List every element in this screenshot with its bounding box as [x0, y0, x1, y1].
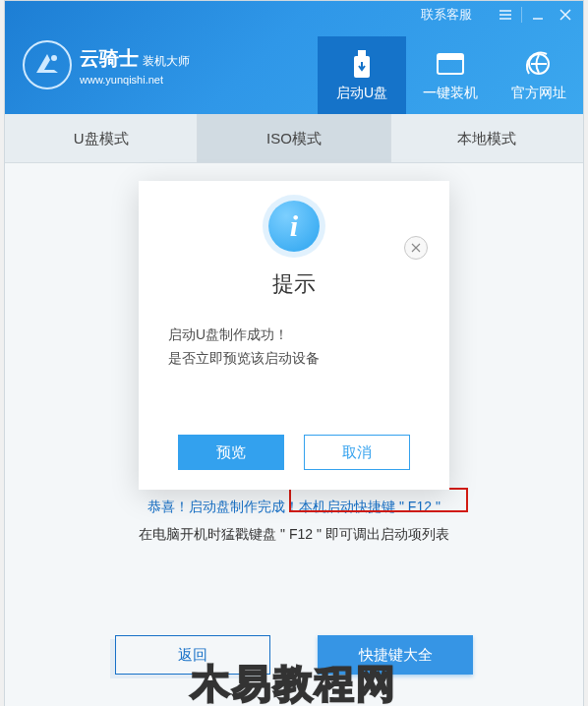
success-line2: 在电脑开机时猛戳键盘 " F12 " 即可调出启动项列表 — [5, 520, 583, 548]
dialog-line2: 是否立即预览该启动设备 — [168, 346, 420, 370]
info-icon: i — [268, 201, 320, 252]
minimize-button[interactable] — [524, 1, 552, 29]
dialog-line1: 启动U盘制作成功！ — [168, 323, 420, 346]
logo-icon — [23, 40, 72, 89]
sub-tabs: U盘模式 ISO模式 本地模式 — [5, 114, 583, 163]
main-tabs: 启动U盘 一键装机 官方网址 — [318, 36, 583, 114]
separator — [521, 7, 522, 23]
brand-url: www.yunqishi.net — [80, 74, 190, 86]
dialog-title: 提示 — [272, 269, 316, 299]
contact-link[interactable]: 联系客服 — [421, 6, 472, 24]
cancel-button[interactable]: 取消 — [304, 435, 410, 470]
brand-title: 云骑士装机大师 — [80, 45, 190, 72]
tab-label: 官方网址 — [511, 85, 566, 102]
brand-suffix: 装机大师 — [143, 54, 190, 68]
tab-label: 一键装机 — [423, 85, 478, 102]
dialog-close-button[interactable] — [404, 236, 428, 260]
svg-point-0 — [51, 55, 57, 61]
ie-icon — [523, 49, 555, 79]
usb-icon — [346, 49, 378, 79]
title-bar: 联系客服 — [5, 1, 583, 29]
tab-label: 启动U盘 — [336, 85, 387, 102]
dialog-body: 启动U盘制作成功！ 是否立即预览该启动设备 — [139, 323, 449, 370]
subtab-local-mode[interactable]: 本地模式 — [391, 114, 583, 162]
close-button[interactable] — [552, 1, 579, 29]
success-message: 恭喜！启动盘制作完成！本机启动快捷键 " F12 " 在电脑开机时猛戳键盘 " … — [5, 493, 583, 548]
header: 联系客服 云骑士装机大师 www.yunqishi.net — [5, 1, 583, 114]
subtab-iso-mode[interactable]: ISO模式 — [198, 114, 390, 162]
brand-name: 云骑士 — [80, 47, 139, 69]
install-icon — [435, 49, 466, 79]
app-window: 联系客服 云骑士装机大师 www.yunqishi.net — [4, 0, 584, 706]
brand: 云骑士装机大师 www.yunqishi.net — [23, 40, 190, 89]
svg-rect-4 — [438, 54, 463, 60]
tab-one-key[interactable]: 一键装机 — [406, 36, 495, 114]
tab-official[interactable]: 官方网址 — [495, 36, 583, 114]
svg-rect-1 — [358, 50, 366, 56]
hotkey-text: 本机启动快捷键 " F12 " — [299, 499, 441, 514]
content-area: 恭喜！启动盘制作完成！本机启动快捷键 " F12 " 在电脑开机时猛戳键盘 " … — [5, 163, 583, 706]
tab-boot-usb[interactable]: 启动U盘 — [318, 36, 406, 114]
subtab-usb-mode[interactable]: U盘模式 — [5, 114, 198, 162]
menu-button[interactable] — [492, 1, 519, 29]
dialog-buttons: 预览 取消 — [178, 435, 410, 470]
success-line1a: 恭喜！启动盘制作完成！ — [147, 499, 299, 514]
preview-button[interactable]: 预览 — [178, 435, 284, 470]
info-dialog: i 提示 启动U盘制作成功！ 是否立即预览该启动设备 预览 取消 — [139, 181, 449, 490]
watermark-text: 木易教程网 — [191, 657, 397, 706]
